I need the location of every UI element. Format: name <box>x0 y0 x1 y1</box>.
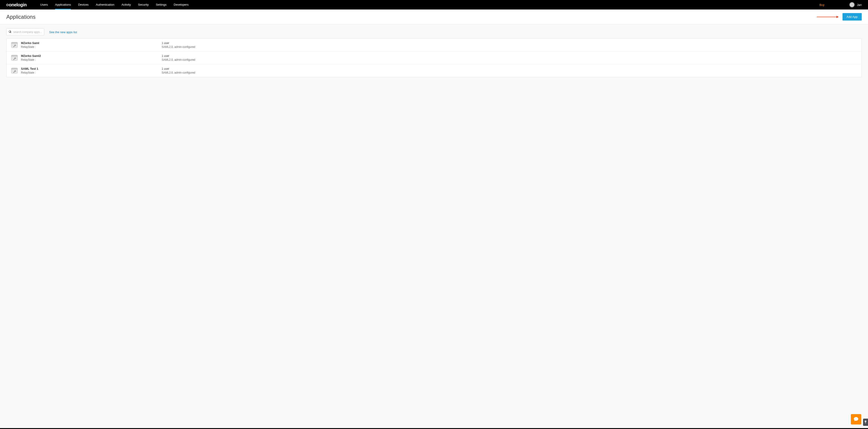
nav-developers[interactable]: Developers <box>170 0 192 9</box>
chat-bubble-icon <box>853 417 859 423</box>
user-menu[interactable]: Jan <box>849 2 862 7</box>
app-relay: RelayState : <box>21 71 162 74</box>
search-icon <box>8 30 11 34</box>
app-wrench-icon <box>11 68 18 74</box>
nav-users[interactable]: Users <box>36 0 52 9</box>
new-apps-link[interactable]: See the new apps list <box>49 30 77 34</box>
nav-items: Users Applications Devices Authenticatio… <box>36 0 192 9</box>
page-header: Applications Add App <box>0 9 868 24</box>
svg-rect-3 <box>11 55 18 57</box>
top-navbar: onelogin Users Applications Devices Auth… <box>0 0 868 9</box>
avatar-icon <box>849 2 855 7</box>
app-row[interactable]: MZerko Saml2 RelayState : 1 user SAML2.0… <box>6 52 862 64</box>
svg-rect-5 <box>11 68 18 69</box>
search-wrap <box>6 28 44 36</box>
brand-logo[interactable]: onelogin <box>6 2 27 7</box>
page-title: Applications <box>6 14 35 20</box>
app-wrench-icon <box>11 42 18 48</box>
app-users: 1 user <box>162 67 857 70</box>
bottom-edge <box>0 428 868 429</box>
brand-text: onelogin <box>9 2 27 7</box>
nav-activity[interactable]: Activity <box>118 0 134 9</box>
nav-settings[interactable]: Settings <box>152 0 170 9</box>
app-list: MZerko Saml RelayState : 1 user SAML2.0,… <box>6 38 862 77</box>
feedback-side-tab[interactable] <box>863 419 868 426</box>
app-users: 1 user <box>162 41 857 45</box>
nav-security[interactable]: Security <box>134 0 152 9</box>
app-detail: SAML2.0, admin-configured <box>162 45 857 49</box>
app-row[interactable]: SAML Test 1 RelayState : 1 user SAML2.0,… <box>6 64 862 77</box>
app-row[interactable]: MZerko Saml RelayState : 1 user SAML2.0,… <box>6 38 862 52</box>
app-name: MZerko Saml <box>21 41 162 45</box>
nav-devices[interactable]: Devices <box>74 0 92 9</box>
user-name: Jan <box>857 3 862 6</box>
nav-applications[interactable]: Applications <box>52 0 74 9</box>
app-detail: SAML2.0, admin-configured <box>162 71 857 74</box>
app-detail: SAML2.0, admin-configured <box>162 58 857 61</box>
app-relay: RelayState : <box>21 58 162 61</box>
app-wrench-icon <box>11 55 18 61</box>
app-relay: RelayState : <box>21 45 162 49</box>
lightbulb-icon <box>864 421 867 424</box>
buy-link[interactable]: Buy <box>819 3 825 6</box>
brand-circle-icon <box>6 4 8 6</box>
app-name: SAML Test 1 <box>21 67 162 70</box>
annotation-arrow-icon <box>817 17 838 17</box>
app-users: 1 user <box>162 54 857 58</box>
nav-authentication[interactable]: Authentication <box>92 0 118 9</box>
add-app-button[interactable]: Add App <box>842 13 862 21</box>
toolbar: See the new apps list <box>0 24 868 38</box>
chat-fab[interactable] <box>851 414 861 425</box>
search-input[interactable] <box>6 28 44 36</box>
svg-rect-1 <box>11 42 18 44</box>
app-name: MZerko Saml2 <box>21 54 162 58</box>
